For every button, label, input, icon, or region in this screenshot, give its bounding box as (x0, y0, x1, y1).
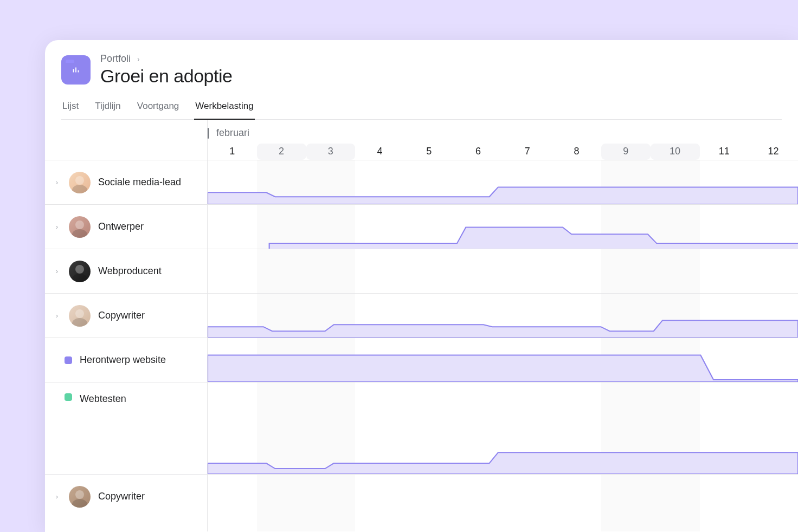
header: Portfoli › Groei en adoptie Lijst Tijdli… (45, 40, 798, 120)
day-cell[interactable]: 9 (601, 144, 651, 160)
day-cell[interactable]: 1 (208, 144, 257, 160)
resource-row-copywriter-2[interactable]: › Copywriter (45, 474, 207, 518)
breadcrumb[interactable]: Portfoli › (100, 53, 232, 64)
chevron-right-icon[interactable]: › (56, 312, 61, 320)
workload-row (208, 160, 798, 204)
resource-row-social-media-lead[interactable]: › Sociale media-lead (45, 160, 207, 204)
tab-list[interactable]: Lijst (61, 96, 80, 119)
app-window: Portfoli › Groei en adoptie Lijst Tijdli… (45, 40, 798, 532)
title-row: Portfoli › Groei en adoptie (61, 53, 782, 87)
day-cell[interactable]: 2 (257, 144, 306, 160)
tabs: Lijst Tijdlijn Voortgang Werkbelasting (61, 96, 782, 120)
resource-name: Webproducent (98, 265, 162, 277)
page-title: Groei en adoptie (100, 66, 232, 87)
portfolio-folder-icon[interactable] (61, 55, 91, 85)
resource-name: Ontwerper (98, 221, 144, 232)
avatar (69, 305, 91, 327)
workload-row (208, 293, 798, 338)
resource-list: › Sociale media-lead › Ontwerper › Webpr… (45, 120, 208, 531)
day-cell[interactable]: 5 (404, 144, 454, 160)
day-cell[interactable]: 4 (355, 144, 404, 160)
resource-name: Copywriter (98, 491, 145, 502)
workload-row (208, 249, 798, 293)
resource-name: Copywriter (98, 310, 145, 321)
month-marker (208, 128, 209, 139)
resource-row-copywriter[interactable]: › Copywriter (45, 293, 207, 338)
resource-row-designer[interactable]: › Ontwerper (45, 204, 207, 249)
chevron-right-icon[interactable]: › (56, 268, 61, 275)
timeline-area: › Sociale media-lead › Ontwerper › Webpr… (45, 120, 798, 531)
month-label: februari (208, 127, 249, 139)
avatar (69, 486, 91, 508)
avatar (69, 172, 91, 193)
day-cell[interactable]: 7 (503, 144, 552, 160)
chevron-right-icon[interactable]: › (56, 179, 61, 186)
project-color-chip (65, 393, 72, 401)
title-text-block: Portfoli › Groei en adoptie (100, 53, 232, 87)
tab-workload[interactable]: Werkbelasting (194, 96, 254, 119)
tab-progress[interactable]: Voortgang (136, 96, 181, 119)
day-cell[interactable]: 11 (700, 144, 749, 160)
resource-name: Webtesten (80, 393, 126, 405)
workload-row (208, 338, 798, 382)
workload-row (208, 382, 798, 474)
resource-name: Sociale media-lead (98, 177, 181, 188)
avatar (69, 261, 91, 282)
day-cell[interactable]: 8 (552, 144, 601, 160)
breadcrumb-parent[interactable]: Portfoli (100, 53, 131, 64)
resource-row-web-producer[interactable]: › Webproducent (45, 249, 207, 293)
chevron-right-icon: › (137, 55, 140, 63)
days-header: 123456789101112 (208, 144, 798, 160)
resource-row-website-redesign[interactable]: Herontwerp website (45, 338, 207, 382)
project-color-chip (65, 356, 72, 364)
workload-rows (208, 160, 798, 531)
resource-name: Herontwerp website (80, 354, 166, 366)
month-text: februari (216, 127, 249, 139)
chevron-right-icon[interactable]: › (56, 493, 61, 501)
timeline-chart[interactable]: februari 123456789101112 (208, 120, 798, 531)
day-cell[interactable]: 6 (454, 144, 503, 160)
workload-row (208, 474, 798, 518)
day-cell[interactable]: 10 (651, 144, 700, 160)
workload-row (208, 204, 798, 249)
avatar (69, 216, 91, 238)
tab-timeline[interactable]: Tijdlijn (94, 96, 122, 119)
day-cell[interactable]: 12 (749, 144, 798, 160)
chevron-right-icon[interactable]: › (56, 223, 61, 231)
day-cell[interactable]: 3 (306, 144, 356, 160)
resource-row-web-testing[interactable]: Webtesten (45, 382, 207, 474)
